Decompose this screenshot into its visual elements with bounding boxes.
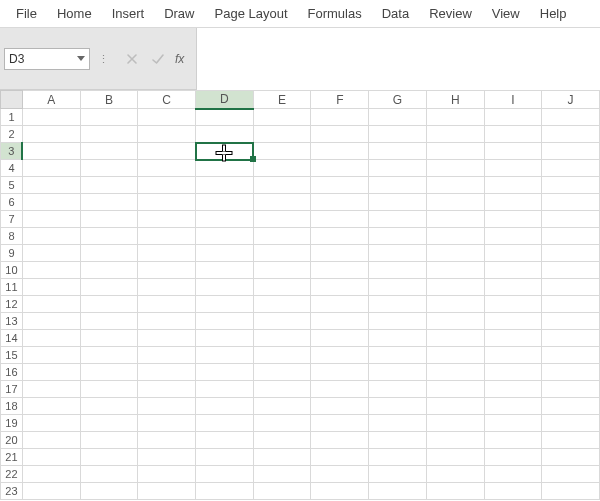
row-header[interactable]: 21: [1, 449, 23, 466]
cell[interactable]: [80, 313, 138, 330]
fx-icon[interactable]: fx: [175, 52, 184, 66]
cell[interactable]: [369, 211, 427, 228]
cell[interactable]: [542, 143, 600, 160]
column-header[interactable]: D: [196, 91, 254, 109]
cell[interactable]: [369, 262, 427, 279]
cell[interactable]: [542, 381, 600, 398]
select-all-corner[interactable]: [1, 91, 23, 109]
cell[interactable]: [484, 109, 542, 126]
cell[interactable]: [253, 296, 311, 313]
cell[interactable]: [484, 364, 542, 381]
cell[interactable]: [426, 109, 484, 126]
cell[interactable]: [138, 415, 196, 432]
row-header[interactable]: 16: [1, 364, 23, 381]
cell[interactable]: [138, 483, 196, 500]
cell[interactable]: [138, 296, 196, 313]
cell[interactable]: [311, 245, 369, 262]
cell[interactable]: [542, 194, 600, 211]
cell[interactable]: [484, 279, 542, 296]
cell[interactable]: [484, 415, 542, 432]
cell[interactable]: [484, 381, 542, 398]
cell[interactable]: [484, 398, 542, 415]
cell[interactable]: [311, 330, 369, 347]
cell[interactable]: [426, 483, 484, 500]
cell[interactable]: [369, 279, 427, 296]
ribbon-tab-home[interactable]: Home: [47, 0, 102, 28]
cell[interactable]: [311, 211, 369, 228]
cell[interactable]: [138, 109, 196, 126]
cell[interactable]: [196, 347, 254, 364]
cell[interactable]: [253, 143, 311, 160]
cell[interactable]: [196, 415, 254, 432]
cell[interactable]: [369, 296, 427, 313]
cell[interactable]: [80, 398, 138, 415]
cell[interactable]: [311, 177, 369, 194]
cell[interactable]: [426, 364, 484, 381]
column-header[interactable]: G: [369, 91, 427, 109]
cell[interactable]: [80, 347, 138, 364]
cell[interactable]: [542, 398, 600, 415]
cell[interactable]: [426, 262, 484, 279]
cell[interactable]: [80, 262, 138, 279]
sheet-table[interactable]: ABCDEFGHIJ123456789101112131415161718192…: [0, 90, 600, 500]
cell[interactable]: [369, 347, 427, 364]
cell[interactable]: [22, 483, 80, 500]
cell[interactable]: [196, 279, 254, 296]
cell[interactable]: [80, 466, 138, 483]
cell[interactable]: [484, 449, 542, 466]
cell[interactable]: [138, 194, 196, 211]
row-header[interactable]: 19: [1, 415, 23, 432]
cell[interactable]: [311, 364, 369, 381]
ribbon-tab-draw[interactable]: Draw: [154, 0, 204, 28]
cell[interactable]: [484, 245, 542, 262]
cell[interactable]: [369, 126, 427, 143]
cell[interactable]: [253, 211, 311, 228]
cell[interactable]: [196, 160, 254, 177]
cell[interactable]: [311, 347, 369, 364]
cell[interactable]: [369, 483, 427, 500]
ribbon-tab-page-layout[interactable]: Page Layout: [205, 0, 298, 28]
row-header[interactable]: 5: [1, 177, 23, 194]
row-header[interactable]: 3: [1, 143, 23, 160]
cell[interactable]: [22, 449, 80, 466]
cell[interactable]: [196, 313, 254, 330]
cell[interactable]: [311, 126, 369, 143]
cell[interactable]: [369, 466, 427, 483]
formula-input[interactable]: [196, 28, 600, 90]
cell[interactable]: [426, 313, 484, 330]
cell[interactable]: [311, 143, 369, 160]
cell[interactable]: [311, 398, 369, 415]
cell[interactable]: [369, 415, 427, 432]
cell[interactable]: [80, 483, 138, 500]
cell[interactable]: [542, 109, 600, 126]
cell[interactable]: [253, 313, 311, 330]
cell[interactable]: [253, 415, 311, 432]
cell[interactable]: [253, 126, 311, 143]
cell[interactable]: [542, 432, 600, 449]
cell[interactable]: [426, 347, 484, 364]
cancel-icon[interactable]: [123, 50, 141, 68]
ribbon-tab-review[interactable]: Review: [419, 0, 482, 28]
cell[interactable]: [22, 194, 80, 211]
ribbon-tab-formulas[interactable]: Formulas: [298, 0, 372, 28]
row-header[interactable]: 10: [1, 262, 23, 279]
row-header[interactable]: 11: [1, 279, 23, 296]
cell[interactable]: [22, 245, 80, 262]
cell[interactable]: [311, 109, 369, 126]
cell[interactable]: [542, 330, 600, 347]
cell[interactable]: [80, 160, 138, 177]
cell[interactable]: [196, 194, 254, 211]
column-header[interactable]: A: [22, 91, 80, 109]
row-header[interactable]: 2: [1, 126, 23, 143]
cell[interactable]: [138, 245, 196, 262]
cell[interactable]: [311, 262, 369, 279]
cell[interactable]: [22, 177, 80, 194]
cell[interactable]: [22, 364, 80, 381]
cell[interactable]: [484, 143, 542, 160]
cell[interactable]: [369, 160, 427, 177]
cell[interactable]: [311, 466, 369, 483]
cell[interactable]: [138, 160, 196, 177]
cell[interactable]: [484, 466, 542, 483]
cell[interactable]: [22, 160, 80, 177]
cell[interactable]: [22, 415, 80, 432]
